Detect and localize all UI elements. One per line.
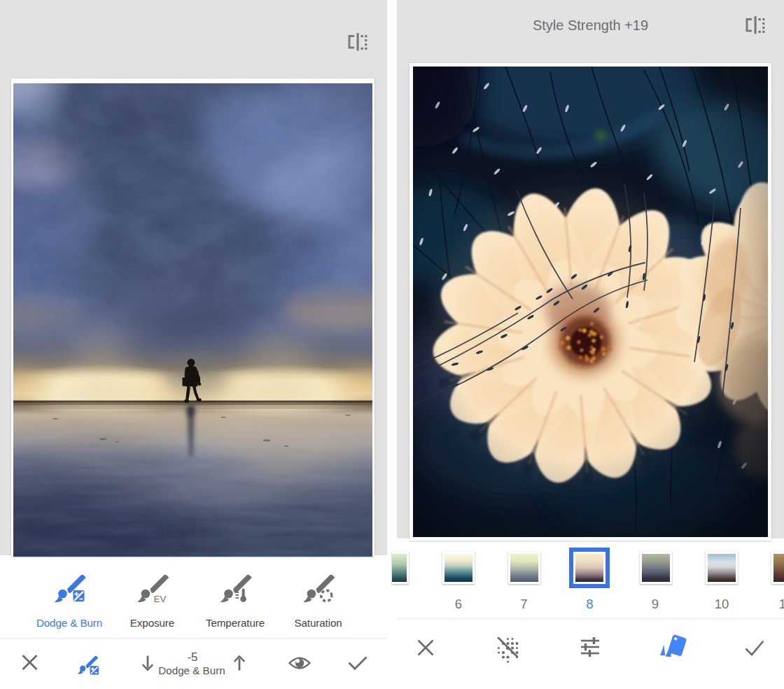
svg-text:EV: EV — [154, 594, 167, 604]
